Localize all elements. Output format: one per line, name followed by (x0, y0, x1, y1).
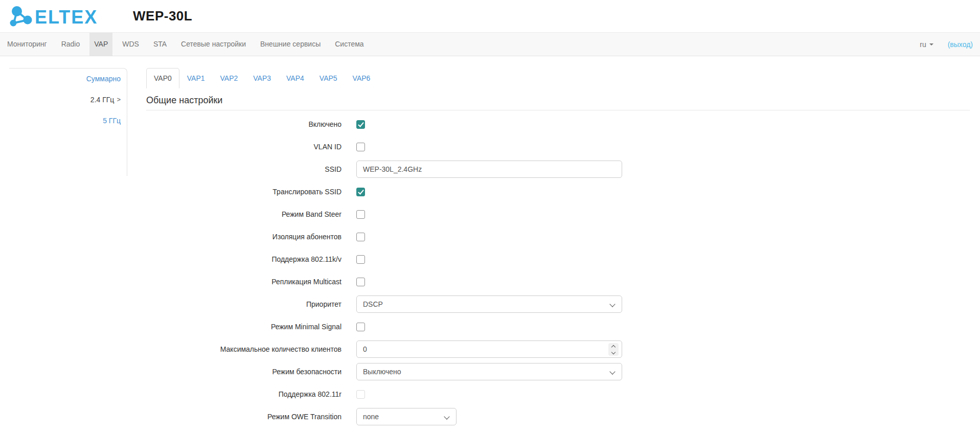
field-control-vlan-id (356, 143, 365, 151)
sidebar-item-label: 5 ГГц (103, 117, 121, 125)
tab-vap2[interactable]: VAP2 (213, 68, 246, 88)
field-label-security-mode: Режим безопасности (146, 368, 341, 376)
nav-item-system[interactable]: Система (330, 33, 368, 56)
tab-vap5[interactable]: VAP5 (312, 68, 345, 88)
tab-vap0[interactable]: VAP0 (146, 68, 179, 88)
field-label-minimal-signal: Режим Minimal Signal (146, 323, 341, 331)
main-content: VAP0VAP1VAP2VAP3VAP4VAP5VAP6 Общие настр… (146, 68, 970, 425)
tab-vap1[interactable]: VAP1 (179, 68, 213, 88)
number-spinner[interactable] (608, 343, 619, 356)
field-control-minimal-signal (356, 323, 365, 331)
field-label-multicast-replication: Репликация Multicast (146, 278, 341, 286)
chevron-up-icon (611, 345, 616, 349)
field-control-ssid (356, 161, 622, 178)
nav-right: ru (выход) (920, 33, 973, 56)
sidebar-item-summary[interactable]: Суммарно (9, 68, 127, 89)
broadcast-ssid-checkbox[interactable] (356, 188, 365, 196)
form-row-client-isolation: Изоляция абонентов (146, 228, 970, 245)
field-control-multicast-replication (356, 278, 365, 286)
field-control-priority: DSCP (356, 295, 622, 313)
form-row-multicast-replication: Репликация Multicast (146, 273, 970, 290)
owe-transition-select[interactable]: none (356, 408, 457, 425)
chevron-down-icon (611, 350, 616, 354)
field-label-ssid: SSID (146, 165, 341, 173)
vap-tabs: VAP0VAP1VAP2VAP3VAP4VAP5VAP6 (146, 68, 970, 88)
sidebar-item-5-ghz[interactable]: 5 ГГц (9, 110, 127, 131)
language-label: ru (920, 40, 926, 49)
field-control-enabled (356, 120, 365, 129)
field-label-owe-transition: Режим OWE Transition (146, 413, 341, 421)
client-isolation-checkbox[interactable] (356, 233, 365, 241)
form-row-support-80211kv: Поддержка 802.11k/v (146, 251, 970, 268)
support-80211r-checkbox[interactable] (356, 390, 365, 399)
field-control-client-isolation (356, 233, 365, 241)
field-control-band-steer (356, 210, 365, 219)
security-mode-select[interactable]: Выключено (356, 363, 622, 380)
max-clients-input[interactable]: 0 (356, 340, 622, 358)
enabled-checkbox[interactable] (356, 120, 365, 129)
nav-item-vap[interactable]: VAP (89, 33, 112, 56)
sidebar-items: Суммарно2.4 ГГц>5 ГГц (9, 68, 127, 131)
band-steer-checkbox[interactable] (356, 210, 365, 219)
general-settings-form: ВключеноVLAN IDSSIDТранслировать SSIDРеж… (146, 116, 970, 425)
sidebar: Суммарно2.4 ГГц>5 ГГц (9, 68, 127, 176)
max-clients-value: 0 (363, 345, 367, 353)
app-header: ELTEX WEP-30L (0, 0, 980, 32)
tab-vap6[interactable]: VAP6 (345, 68, 378, 88)
form-row-security-mode: Режим безопасностиВыключено (146, 363, 970, 380)
section-divider (146, 110, 970, 110)
nav-item-external-services[interactable]: Внешние сервисы (256, 33, 325, 56)
sidebar-item-label: 2.4 ГГц (90, 96, 115, 104)
field-control-support-80211r (356, 390, 365, 399)
nav-item-monitoring[interactable]: Мониторинг (3, 33, 52, 56)
support-80211kv-checkbox[interactable] (356, 255, 365, 264)
field-control-owe-transition: none (356, 408, 457, 425)
field-control-broadcast-ssid (356, 188, 365, 196)
logo-text: ELTEX (35, 7, 98, 28)
language-selector[interactable]: ru (920, 40, 933, 49)
field-label-vlan-id: VLAN ID (146, 143, 341, 151)
chevron-down-icon (609, 369, 615, 374)
multicast-replication-checkbox[interactable] (356, 278, 365, 286)
tab-vap3[interactable]: VAP3 (245, 68, 279, 88)
nav-item-wds[interactable]: WDS (118, 33, 144, 56)
tab-vap4[interactable]: VAP4 (279, 68, 312, 88)
form-row-priority: ПриоритетDSCP (146, 295, 970, 313)
chevron-right-icon: > (117, 96, 121, 103)
vlan-id-checkbox[interactable] (356, 143, 365, 151)
nav-item-network-settings[interactable]: Сетевые настройки (176, 33, 250, 56)
field-label-band-steer: Режим Band Steer (146, 210, 341, 218)
form-row-vlan-id: VLAN ID (146, 138, 970, 155)
priority-select[interactable]: DSCP (356, 295, 622, 313)
field-control-security-mode: Выключено (356, 363, 622, 380)
field-control-support-80211kv (356, 255, 365, 264)
section-title: Общие настройки (146, 95, 970, 106)
eltex-logo: ELTEX (9, 5, 101, 28)
nav-items: МониторингRadioVAPWDSSTAСетевые настройк… (0, 33, 371, 56)
nav-item-radio[interactable]: Radio (57, 33, 85, 56)
main-nav: МониторингRadioVAPWDSSTAСетевые настройк… (0, 32, 980, 56)
field-label-client-isolation: Изоляция абонентов (146, 233, 341, 241)
ssid-input[interactable] (356, 161, 622, 178)
page: ELTEX WEP-30L МониторингRadioVAPWDSSTAСе… (0, 0, 980, 432)
chevron-down-icon (444, 414, 449, 419)
nav-item-sta[interactable]: STA (149, 33, 171, 56)
sidebar-item-2-4-ghz[interactable]: 2.4 ГГц> (9, 89, 127, 110)
form-row-minimal-signal: Режим Minimal Signal (146, 318, 970, 335)
chevron-down-icon (609, 301, 615, 307)
minimal-signal-checkbox[interactable] (356, 323, 365, 331)
form-row-max-clients: Максимальное количество клиентов0 (146, 340, 970, 358)
sidebar-item-label: Суммарно (86, 75, 121, 83)
owe-transition-value: none (363, 413, 379, 421)
field-label-enabled: Включено (146, 120, 341, 128)
field-label-priority: Приоритет (146, 300, 341, 308)
field-label-max-clients: Максимальное количество клиентов (146, 345, 341, 353)
caret-down-icon (929, 43, 933, 46)
page-title: WEP-30L (133, 8, 192, 24)
form-row-support-80211r: Поддержка 802.11r (146, 385, 970, 403)
logout-link[interactable]: (выход) (948, 40, 973, 49)
form-row-enabled: Включено (146, 116, 970, 133)
field-label-support-80211kv: Поддержка 802.11k/v (146, 255, 341, 263)
form-row-owe-transition: Режим OWE Transitionnone (146, 408, 970, 425)
eltex-logo-graphic: ELTEX (9, 5, 101, 28)
